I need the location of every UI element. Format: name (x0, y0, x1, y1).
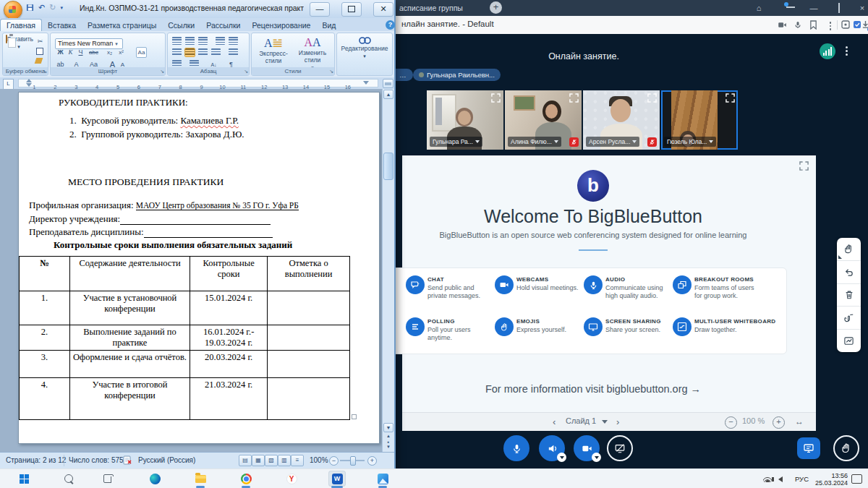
restore-icon[interactable] (834, 3, 844, 13)
dialog-launcher-icon[interactable]: ↘ (329, 69, 333, 74)
webcam-tile[interactable]: Арсен Русла... (583, 90, 660, 150)
language-switch[interactable]: РУС (795, 469, 809, 488)
new-tab-button[interactable]: + (490, 1, 502, 14)
increase-indent-icon[interactable] (229, 37, 238, 45)
tools-panel-button[interactable] (837, 330, 861, 352)
scroll-down-icon[interactable]: ▼ (383, 423, 393, 432)
table-resize-handle[interactable] (352, 414, 357, 419)
print-layout-icon[interactable]: ▤ (239, 455, 252, 466)
file-explorer-icon[interactable] (192, 471, 209, 487)
zoom-slider-thumb[interactable] (350, 456, 356, 466)
tab-review[interactable]: Рецензирование (246, 20, 316, 32)
dialog-launcher-icon[interactable]: ↘ (160, 69, 164, 74)
browser-tab[interactable]: асписание группы (399, 4, 463, 12)
clear-format-icon[interactable]: Aа (136, 47, 147, 58)
prev-page-icon[interactable]: ▲ (386, 434, 391, 438)
talker-pill[interactable]: Гульнара Раильевн... (413, 69, 501, 81)
align-center-icon[interactable] (185, 48, 195, 56)
zoom-out-button[interactable]: − (725, 416, 737, 429)
browser-menu-icon[interactable] (781, 3, 791, 13)
prev-slide-button[interactable]: ‹ (553, 416, 556, 427)
spellcheck-icon[interactable] (123, 455, 132, 465)
multilevel-list-icon[interactable] (198, 37, 208, 45)
right-indent-marker[interactable] (363, 81, 369, 85)
format-painter-icon[interactable] (35, 58, 43, 64)
browser-address-bar[interactable]: нлайн занятие. - Default 1 (396, 16, 868, 35)
next-page-icon[interactable]: ▼ (386, 445, 391, 449)
tab-page-layout[interactable]: Разметка страницы (82, 20, 162, 32)
fullscreen-icon[interactable] (569, 93, 579, 103)
fullscreen-icon[interactable] (491, 93, 501, 103)
presentation-area[interactable]: b Welcome To BigBlueButton BigBlueButton… (402, 155, 816, 412)
draft-icon[interactable]: ≡ (291, 455, 304, 466)
audio-options-chevron[interactable] (557, 453, 566, 462)
bullets-icon[interactable] (172, 37, 182, 45)
presentation-fullscreen-icon[interactable] (799, 161, 809, 171)
align-left-icon[interactable] (172, 48, 182, 56)
clock[interactable]: 13:56 25.03.2024 (815, 469, 848, 488)
tab-mailings[interactable]: Рассылки (200, 20, 246, 32)
word-count[interactable]: Число слов: 575 (69, 456, 124, 464)
more-options-icon[interactable] (825, 20, 835, 30)
web-layout-icon[interactable]: ▧ (265, 455, 278, 466)
notification-center-icon[interactable] (851, 469, 862, 488)
word-title-bar[interactable]: ↶ ↻ ▾ Инд.Кн. ОЗПМО-31-21 производственн… (0, 0, 394, 18)
scroll-up-icon[interactable]: ▲ (383, 90, 393, 99)
indent-marker-bottom[interactable] (26, 83, 32, 87)
connection-status-icon[interactable] (820, 43, 835, 59)
page-indicator[interactable]: Страница: 2 из 12 (6, 456, 66, 464)
align-right-icon[interactable] (198, 48, 208, 56)
task-view-button[interactable] (100, 471, 117, 487)
search-button[interactable] (60, 471, 77, 487)
superscript-button[interactable]: x² (116, 47, 127, 58)
italic-button[interactable]: К (65, 47, 76, 58)
scroll-thumb[interactable] (383, 153, 393, 180)
tab-insert[interactable]: Вставка (42, 20, 82, 32)
tab-home[interactable]: Главная (0, 19, 42, 32)
help-icon[interactable]: ? (386, 20, 395, 30)
office-button[interactable] (4, 1, 22, 20)
bookmark-icon[interactable] (809, 20, 820, 30)
fullscreen-icon[interactable] (647, 93, 657, 103)
slide-label[interactable]: Слайд 1 (566, 416, 596, 425)
talker-pill-cut[interactable]: … (396, 69, 413, 81)
outline-icon[interactable]: ▥ (278, 455, 291, 466)
wifi-icon[interactable] (763, 476, 772, 482)
fit-width-button[interactable]: ↔ (795, 416, 804, 427)
line-spacing-icon[interactable] (229, 48, 238, 56)
qat-dropdown-icon[interactable]: ▾ (60, 5, 63, 11)
webcam-name[interactable]: Гульнара Ра... (430, 137, 482, 147)
maximize-button[interactable] (341, 2, 362, 17)
photos-icon[interactable] (374, 471, 391, 487)
webcam-options-chevron[interactable] (592, 453, 601, 462)
decrease-indent-icon[interactable] (216, 37, 225, 45)
yandex-browser-icon[interactable]: Y (283, 471, 300, 487)
mute-button[interactable] (503, 435, 529, 461)
subscript-button[interactable]: x₂ (104, 47, 115, 58)
ruler-toggle-button[interactable] (383, 79, 393, 88)
raise-hand-button[interactable] (833, 435, 859, 461)
tab-selector[interactable]: L (3, 79, 14, 90)
zoom-in-button[interactable]: + (773, 416, 785, 429)
webcam-name[interactable]: Алина Филю... (508, 137, 561, 147)
zoom-out-icon[interactable]: − (329, 456, 339, 466)
dialog-launcher-icon[interactable]: ↘ (244, 69, 248, 74)
change-styles-button[interactable]: АA Изменить стили▾ (294, 36, 331, 71)
word-scrollbar[interactable]: ▲ ▼ ▲ ● ▼ (382, 89, 394, 452)
strikethrough-button[interactable]: abc (88, 47, 99, 58)
view-mode-buttons[interactable]: ▤▦▧▥≡ (239, 455, 304, 466)
language-indicator[interactable]: Русский (Россия) (138, 456, 195, 464)
zoom-in-icon[interactable]: + (367, 456, 377, 466)
extension-icon[interactable] (841, 20, 851, 30)
start-button[interactable] (15, 471, 33, 487)
download-icon[interactable]: 1 (861, 20, 868, 30)
paste-button[interactable]: Вставить▾ (6, 35, 32, 50)
pan-tool-button[interactable] (837, 238, 861, 261)
document-page[interactable]: РУКОВОДИТЕЛИ ПРАКТИКИ: 1. Курсовой руков… (18, 92, 380, 444)
mic-permission-icon[interactable] (793, 20, 804, 30)
indent-marker-top[interactable] (26, 79, 32, 82)
close-icon[interactable]: × (857, 3, 867, 13)
webcam-name[interactable]: Гюзель Юла... (664, 137, 716, 147)
minimize-button[interactable]: — (310, 2, 330, 17)
options-menu-icon[interactable] (846, 45, 848, 57)
